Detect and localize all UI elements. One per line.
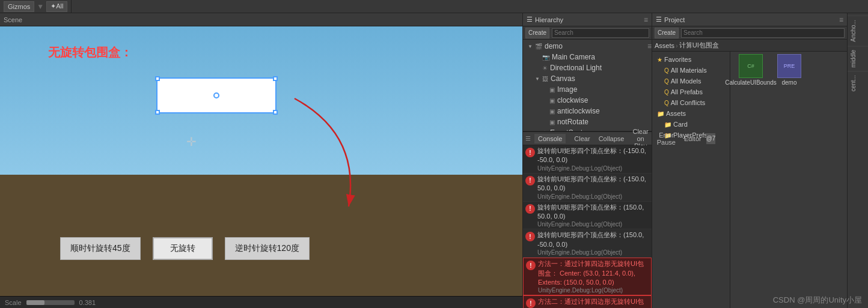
all-conflicts-icon: Q xyxy=(664,100,669,106)
corner-handle-tr xyxy=(273,76,278,81)
hier-image-label: Image xyxy=(557,85,577,94)
watermark: CSDN @周周的Unity小屋 xyxy=(773,295,862,306)
hier-canvas[interactable]: 🖼 Canvas xyxy=(523,73,652,84)
sidebar-tab-cent[interactable]: cent... xyxy=(848,71,868,95)
proj-all-conflicts[interactable]: Q All Conflicts xyxy=(652,97,730,108)
hierarchy-search[interactable] xyxy=(552,28,649,38)
hier-main-camera[interactable]: 📷 Main Camera xyxy=(523,52,652,62)
hier-clockwise[interactable]: ▣ clockwise xyxy=(523,95,652,106)
hier-anticlockwise-label: anticlockwise xyxy=(557,107,600,115)
hier-canvas-label: Canvas xyxy=(551,74,575,83)
gizmos-button[interactable]: Gizmos xyxy=(4,1,34,12)
console-row-0[interactable]: ! 旋转前UI矩形四个顶点坐标：(-150.0, -50.0, 0.0) Uni… xyxy=(523,145,652,174)
console-title-tab[interactable]: Console xyxy=(534,134,566,143)
proj-favorites-label: Favorites xyxy=(664,56,691,63)
console-row-3[interactable]: ! 旋转前UI矩形四个顶点坐标：(150.0, -50.0, 0.0) Unit… xyxy=(523,229,652,258)
console-clear-btn[interactable]: Clear xyxy=(570,134,593,143)
proj-all-models[interactable]: Q All Models xyxy=(652,76,730,86)
buttons-row: 顺时针旋转45度 无旋转 逆时针旋转120度 xyxy=(60,237,310,260)
console-panel: ☰ Console Clear Collapse Clear on Play E… xyxy=(523,131,652,308)
error-icon-4: ! xyxy=(526,261,536,270)
camera-icon: 📷 xyxy=(542,54,549,61)
project-right-panel: C# CalculateUIBounds PRE demo xyxy=(730,52,847,308)
console-row-4[interactable]: ! 方法一：通过计算四边形无旋转UI包围盒： Center: (53.0, 12… xyxy=(523,258,652,295)
scene-content[interactable]: 无旋转包围盒： ✛ 顺时 xyxy=(0,26,522,296)
hier-demo-menu[interactable]: ≡ xyxy=(647,42,652,50)
light-icon: ☀ xyxy=(542,65,548,71)
no-rotate-label: 无旋转包围盒： xyxy=(48,44,132,61)
calculate-label: CalculateUIBounds xyxy=(725,79,777,86)
project-content: ★ Favorites Q All Materials Q All Models… xyxy=(652,52,847,308)
console-toolbar: ☰ Console Clear Collapse Clear on Play E… xyxy=(523,132,652,145)
console-settings-icon[interactable]: @7 xyxy=(706,133,716,144)
console-collapse-btn[interactable]: Collapse xyxy=(595,134,628,143)
scale-bar: Scale 0.381 xyxy=(0,296,522,308)
ui-rect-center-dot xyxy=(213,92,219,98)
image-icon: ▣ xyxy=(549,86,555,93)
ui-rect-element xyxy=(156,77,277,113)
asset-calculate[interactable]: C# CalculateUIBounds xyxy=(733,54,769,86)
proj-all-models-label: All Models xyxy=(671,77,701,85)
main-layout: Scene 无旋转包围盒： ✛ xyxy=(0,13,868,308)
scale-value: 0.381 xyxy=(79,299,96,306)
hier-light-label: Directional Light xyxy=(550,64,602,72)
notrotate-icon: ▣ xyxy=(549,119,555,125)
breadcrumb-bar: Assets › 计算UI包围盒 xyxy=(652,40,847,52)
project-title: Project xyxy=(664,16,685,23)
console-error-pause-btn[interactable]: Error Pause xyxy=(653,130,679,147)
sidebar-tab-ancho[interactable]: Ancho... xyxy=(848,16,868,46)
console-row-2[interactable]: ! 旋转前UI矩形四个顶点坐标：(150.0, 50.0, 0.0) Unity… xyxy=(523,202,652,230)
clockwise-icon: ▣ xyxy=(549,97,555,104)
console-row-1[interactable]: ! 旋转前UI矩形四个顶点坐标：(-150.0, 50.0, 0.0) Unit… xyxy=(523,174,652,202)
breadcrumb-assets[interactable]: Assets xyxy=(655,42,674,49)
hier-camera-label: Main Camera xyxy=(552,53,595,61)
all-prefabs-icon: Q xyxy=(664,89,669,95)
hierarchy-menu-icon[interactable]: ≡ xyxy=(644,16,648,24)
demo-icon: PRE xyxy=(777,54,801,78)
hier-image[interactable]: ▣ Image xyxy=(523,84,652,95)
proj-favorites[interactable]: ★ Favorites xyxy=(652,54,730,65)
proj-all-prefabs[interactable]: Q All Prefabs xyxy=(652,86,730,97)
console-row-5[interactable]: ! 方法二：通过计算四边形无旋转UI包围盒： Center: (53.0, 12… xyxy=(523,295,652,308)
demo-label: demo xyxy=(781,79,796,86)
all-gizmos-button[interactable]: ✦All xyxy=(46,1,67,12)
hier-clockwise-label: clockwise xyxy=(557,96,588,104)
right-sidebar: Ancho... middle cent... xyxy=(847,13,868,308)
hier-directional-light[interactable]: ☀ Directional Light xyxy=(523,62,652,73)
hier-notrotate[interactable]: ▣ notRotate xyxy=(523,116,652,127)
gizmos-section: Gizmos ▼ ✦All xyxy=(0,0,72,13)
anticlockwise-btn[interactable]: 逆时针旋转120度 xyxy=(225,237,310,260)
scene-toolbar: Scene xyxy=(0,13,522,26)
asset-demo[interactable]: PRE demo xyxy=(771,54,807,86)
project-menu-icon[interactable]: ≡ xyxy=(839,16,843,24)
project-toolbar: Create xyxy=(652,26,847,40)
proj-assets[interactable]: 📁 Assets xyxy=(652,108,730,119)
all-materials-icon: Q xyxy=(664,67,669,74)
breadcrumb-calc[interactable]: 计算UI包围盒 xyxy=(679,41,719,50)
hierarchy-content: 🎬 demo ≡ 📷 Main Camera ☀ Directional Lig… xyxy=(523,40,652,131)
sidebar-tab-middle[interactable]: middle xyxy=(848,46,868,71)
console-editor-btn[interactable]: Editor xyxy=(680,134,705,143)
console-text-2: 旋转前UI矩形四个顶点坐标：(150.0, 50.0, 0.0) UnityEn… xyxy=(537,203,649,228)
proj-all-materials[interactable]: Q All Materials xyxy=(652,65,730,76)
hierarchy-create-btn[interactable]: Create xyxy=(525,28,549,38)
card-folder-icon: 📁 xyxy=(664,121,671,128)
star-icon: ★ xyxy=(657,56,662,63)
scene-view: Scene 无旋转包围盒： ✛ xyxy=(0,13,523,308)
project-create-btn[interactable]: Create xyxy=(655,28,679,38)
console-content[interactable]: ! 旋转前UI矩形四个顶点坐标：(-150.0, -50.0, 0.0) Uni… xyxy=(523,145,652,308)
hier-demo[interactable]: 🎬 demo ≡ xyxy=(523,41,652,52)
no-rotate-btn[interactable]: 无旋转 xyxy=(153,237,213,260)
corner-handle-tl xyxy=(155,76,160,81)
hier-demo-label: demo xyxy=(545,42,563,50)
project-header: ☰ Project ≡ xyxy=(652,13,847,26)
proj-card[interactable]: 📁 Card xyxy=(652,119,730,130)
calculate-icon: C# xyxy=(739,54,763,78)
top-toolbar: Gizmos ▼ ✦All xyxy=(0,0,868,13)
clockwise-btn[interactable]: 顺时针旋转45度 xyxy=(60,237,141,260)
scale-slider[interactable] xyxy=(26,300,75,305)
project-search[interactable] xyxy=(681,28,845,38)
console-text-4: 方法一：通过计算四边形无旋转UI包围盒： Center: (53.0, 121.… xyxy=(538,259,649,294)
hier-anticlockwise[interactable]: ▣ anticlockwise xyxy=(523,106,652,116)
corner-handle-bl xyxy=(155,110,160,115)
